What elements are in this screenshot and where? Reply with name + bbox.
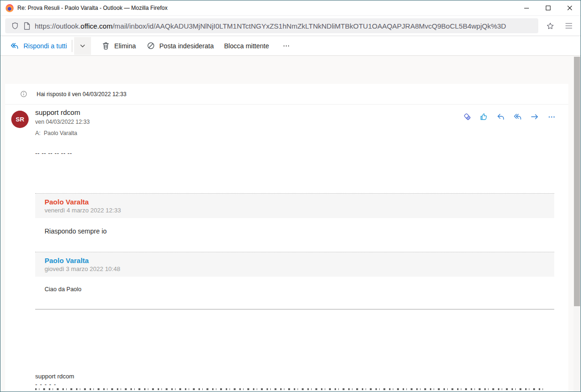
delete-button[interactable]: Elimina (101, 41, 136, 50)
outlook-command-bar: Rispondi a tutti Elimina Pos (0, 36, 581, 56)
maximize-icon (545, 5, 551, 11)
close-button[interactable] (559, 0, 581, 15)
forward-button[interactable] (526, 110, 543, 123)
reactions-button[interactable] (459, 110, 475, 123)
more-commands-button[interactable] (279, 42, 293, 50)
quoted-date: venerdì 4 marzo 2022 12:33 (45, 207, 554, 214)
recipient-line: A:Paolo Varalta (35, 130, 77, 136)
sent-date: ven 04/03/2022 12:33 (35, 119, 90, 125)
close-icon (567, 5, 573, 11)
minimize-button[interactable] (516, 0, 537, 15)
reply-all-label: Rispondi a tutti (23, 42, 67, 50)
signature-divider (35, 309, 554, 309)
reply-button[interactable] (492, 110, 509, 123)
window-controls (516, 0, 581, 15)
reply-all-icon (10, 41, 19, 51)
quoted-author: Paolo Varalta (45, 256, 554, 264)
block-icon (146, 41, 155, 50)
reply-all-icon (513, 112, 522, 121)
to-label: A: (35, 130, 40, 136)
browser-nav-bar: https://outlook.office.com/mail/inbox/id… (0, 15, 581, 36)
divider (72, 40, 72, 52)
reply-options-dropdown[interactable] (74, 37, 91, 55)
url-bar[interactable]: https://outlook.office.com/mail/inbox/id… (5, 18, 538, 33)
quoted-message-header: Paolo Varalta venerdì 4 marzo 2022 12:33 (35, 193, 554, 218)
vertical-scrollbar[interactable] (573, 56, 581, 392)
maximize-button[interactable] (537, 0, 559, 15)
window-title: Re: Prova Resuli - Paolo Varalta - Outlo… (17, 5, 168, 11)
replied-notice-text: Hai risposto il ven 04/03/2022 12:33 (37, 91, 126, 98)
signature-dashes: - - - - - (35, 381, 56, 388)
block-sender-button[interactable]: Blocca mittente (224, 42, 269, 50)
browser-window: Re: Prova Resuli - Paolo Varalta - Outlo… (0, 0, 581, 392)
more-message-actions-button[interactable] (543, 110, 560, 123)
url-text: https://outlook.office.com/mail/inbox/id… (35, 22, 506, 30)
reply-all-button[interactable]: Rispondi a tutti (10, 41, 67, 51)
replied-notice: Hai risposto il ven 04/03/2022 12:33 (5, 84, 568, 105)
junk-label: Posta indesiderata (160, 42, 214, 50)
quoted-author: Paolo Varalta (45, 198, 554, 206)
minimize-icon (524, 5, 529, 11)
quoted-message-header: Paolo Varalta giovedì 3 marzo 2022 10:48 (35, 252, 554, 277)
more-horizontal-icon (283, 42, 290, 50)
shield-icon[interactable] (11, 22, 19, 30)
bookmark-star-button[interactable] (542, 18, 558, 33)
info-icon (20, 90, 28, 98)
hamburger-menu-icon (565, 23, 573, 29)
quoted-date: giovedì 3 marzo 2022 10:48 (45, 265, 554, 272)
junk-button[interactable]: Posta indesiderata (146, 41, 214, 50)
message-actions (459, 110, 560, 123)
trash-icon (101, 41, 110, 50)
email-card: Hai risposto il ven 04/03/2022 12:33 SR … (5, 84, 568, 392)
quoted-body: Riaspondo sempre io (45, 227, 107, 235)
recipient-name[interactable]: Paolo Varalta (44, 130, 77, 136)
quoted-body: Ciao da Paolo (45, 286, 82, 293)
clipped-signature-line (35, 388, 544, 390)
delete-label: Elimina (115, 42, 136, 50)
forward-arrow-icon (530, 112, 539, 121)
sender-name[interactable]: support rdcom (35, 108, 80, 116)
reply-icon (496, 112, 505, 121)
signature-name: support rdcom (35, 373, 74, 380)
bookmark-star-icon (546, 22, 554, 30)
like-button[interactable] (475, 110, 492, 123)
thumbs-up-icon (479, 112, 489, 121)
scrollbar-thumb[interactable] (574, 57, 580, 306)
page-info-icon[interactable] (23, 22, 31, 30)
block-sender-label: Blocca mittente (224, 42, 269, 50)
title-bar: Re: Prova Resuli - Paolo Varalta - Outlo… (0, 0, 581, 15)
reactions-icon (462, 112, 472, 122)
sender-avatar[interactable]: SR (11, 111, 29, 128)
reading-pane: Hai risposto il ven 04/03/2022 12:33 SR … (0, 56, 581, 392)
firefox-icon (6, 4, 14, 12)
reply-all-message-button[interactable] (509, 110, 526, 123)
more-horizontal-icon (548, 113, 556, 121)
menu-button[interactable] (561, 18, 577, 33)
body-intro-dashes: -- -- -- -- -- -- (35, 150, 72, 157)
chevron-down-icon (79, 43, 86, 49)
